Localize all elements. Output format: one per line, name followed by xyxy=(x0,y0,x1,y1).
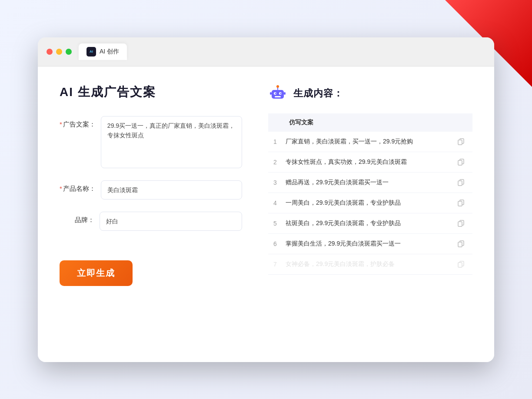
table-row: 2专抹女性斑点，真实功效，29.9元美白淡斑霜 xyxy=(268,152,472,172)
brand-label: 品牌： xyxy=(60,212,94,224)
generate-button[interactable]: 立即生成 xyxy=(60,260,133,286)
svg-rect-9 xyxy=(284,92,286,95)
copy-button[interactable] xyxy=(454,254,472,274)
copy-button[interactable] xyxy=(454,213,472,233)
copy-col-header: 仿写文案 xyxy=(282,113,454,132)
svg-point-4 xyxy=(280,93,282,94)
svg-rect-19 xyxy=(458,222,462,226)
copy-button[interactable] xyxy=(454,193,472,213)
row-index: 4 xyxy=(268,193,282,213)
copy-button[interactable] xyxy=(454,132,472,152)
ai-tab-icon xyxy=(86,47,96,57)
active-tab[interactable]: AI 创作 xyxy=(79,43,127,60)
row-index: 1 xyxy=(268,132,282,152)
row-text: 赠品再送，29.9元美白淡斑霜买一送一 xyxy=(282,172,454,193)
left-panel: AI 生成广告文案 *广告文案： 29.9买一送一，真正的厂家直销，美白淡斑霜，… xyxy=(60,84,242,345)
table-row: 7女神必备，29.9元美白淡斑霜，护肤必备 xyxy=(268,254,472,274)
right-panel: 生成内容： 仿写文案 1厂家直销，美白淡斑霜，买一送一，29.9元抢购2专抹女性… xyxy=(268,84,472,345)
main-content: AI 生成广告文案 *广告文案： 29.9买一送一，真正的厂家直销，美白淡斑霜，… xyxy=(38,66,494,362)
result-table: 仿写文案 1厂家直销，美白淡斑霜，买一送一，29.9元抢购2专抹女性斑点，真实功… xyxy=(268,113,472,275)
copy-button[interactable] xyxy=(454,152,472,172)
svg-rect-13 xyxy=(458,160,462,165)
required-star: * xyxy=(60,120,62,128)
browser-window: AI 创作 AI 生成广告文案 *广告文案： 29.9买一送一，真正的厂家直销，… xyxy=(38,37,494,362)
brand-input[interactable]: 好白 xyxy=(100,212,242,231)
product-name-input[interactable]: 美白淡斑霜 xyxy=(101,180,242,200)
result-title: 生成内容： xyxy=(293,87,343,100)
product-name-label: *产品名称： xyxy=(60,180,96,193)
action-col-header xyxy=(454,113,472,132)
row-text: 一周美白，29.9元美白淡斑霜，专业护肤品 xyxy=(282,193,454,213)
table-row: 4一周美白，29.9元美白淡斑霜，专业护肤品 xyxy=(268,193,472,213)
row-index: 7 xyxy=(268,254,282,274)
row-index: 3 xyxy=(268,172,282,193)
copy-button[interactable] xyxy=(454,233,472,254)
svg-rect-11 xyxy=(458,140,462,145)
row-text: 掌握美白生活，29.9元美白淡斑霜买一送一 xyxy=(282,233,454,254)
svg-point-3 xyxy=(275,93,276,94)
ad-copy-label: *广告文案： xyxy=(60,116,96,129)
page-title: AI 生成广告文案 xyxy=(60,84,242,100)
ad-copy-textarea[interactable]: 29.9买一送一，真正的厂家直销，美白淡斑霜，专抹女性斑点 xyxy=(101,116,242,168)
row-index: 6 xyxy=(268,233,282,254)
index-col-header xyxy=(268,113,282,132)
table-row: 3赠品再送，29.9元美白淡斑霜买一送一 xyxy=(268,172,472,193)
svg-rect-17 xyxy=(458,201,462,206)
brand-group: 品牌： 好白 xyxy=(60,212,242,231)
close-button[interactable] xyxy=(47,49,53,55)
product-name-group: *产品名称： 美白淡斑霜 xyxy=(60,180,242,200)
table-row: 6掌握美白生活，29.9元美白淡斑霜买一送一 xyxy=(268,233,472,254)
row-text: 祛斑美白，29.9元美白淡斑霜，专业护肤品 xyxy=(282,213,454,233)
robot-icon xyxy=(268,84,287,103)
svg-rect-5 xyxy=(275,96,281,97)
row-index: 2 xyxy=(268,152,282,172)
minimize-button[interactable] xyxy=(56,49,62,55)
svg-point-7 xyxy=(276,85,279,88)
tab-label: AI 创作 xyxy=(100,48,119,56)
result-header: 生成内容： xyxy=(268,84,472,103)
row-index: 5 xyxy=(268,213,282,233)
row-text: 专抹女性斑点，真实功效，29.9元美白淡斑霜 xyxy=(282,152,454,172)
svg-rect-15 xyxy=(458,181,462,186)
ad-copy-group: *广告文案： 29.9买一送一，真正的厂家直销，美白淡斑霜，专抹女性斑点 xyxy=(60,116,242,168)
svg-rect-8 xyxy=(270,92,272,95)
maximize-button[interactable] xyxy=(66,49,72,55)
window-controls xyxy=(47,49,72,55)
row-text: 女神必备，29.9元美白淡斑霜，护肤必备 xyxy=(282,254,454,274)
copy-button[interactable] xyxy=(454,172,472,193)
svg-rect-21 xyxy=(458,242,462,247)
table-row: 1厂家直销，美白淡斑霜，买一送一，29.9元抢购 xyxy=(268,132,472,152)
table-row: 5祛斑美白，29.9元美白淡斑霜，专业护肤品 xyxy=(268,213,472,233)
required-star-2: * xyxy=(60,185,62,192)
title-bar: AI 创作 xyxy=(38,37,494,66)
svg-rect-23 xyxy=(458,263,462,267)
row-text: 厂家直销，美白淡斑霜，买一送一，29.9元抢购 xyxy=(282,132,454,152)
